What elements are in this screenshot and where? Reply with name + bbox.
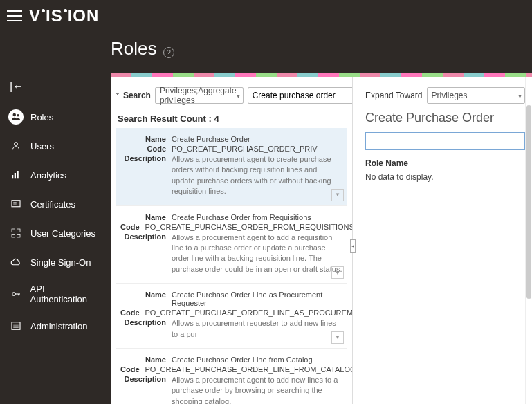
expand-toward-value: Privileges xyxy=(432,91,468,100)
sidebar: |← Roles Users Analytics Certificates Us… xyxy=(0,73,111,404)
search-label: Search xyxy=(123,91,151,100)
search-result[interactable]: NameCreate Purchase Order Line as Procur… xyxy=(116,284,347,349)
search-query-input[interactable] xyxy=(248,87,353,104)
analytics-icon xyxy=(8,167,24,183)
result-count: Search Result Count : 4 xyxy=(116,111,347,128)
splitter-handle-icon[interactable]: ◂ xyxy=(350,239,356,253)
search-type-select[interactable]: Privileges;Aggregate privileges ▾ xyxy=(155,87,244,104)
user-categories-icon xyxy=(8,226,24,241)
expand-toward-select[interactable]: Privileges ▾ xyxy=(427,87,526,104)
sidebar-item-label: Certificates xyxy=(30,199,75,210)
sidebar-item-label: Roles xyxy=(30,112,53,122)
svg-point-1 xyxy=(17,114,19,116)
sidebar-item-label: API Authentication xyxy=(30,284,102,304)
svg-rect-5 xyxy=(17,171,19,178)
chevron-down-icon: ▾ xyxy=(518,92,522,100)
svg-rect-3 xyxy=(12,175,13,178)
svg-point-13 xyxy=(12,293,16,296)
sidebar-item-api-auth[interactable]: API Authentication xyxy=(0,277,111,311)
detail-filter-input[interactable] xyxy=(365,132,525,150)
help-icon[interactable]: ? xyxy=(163,47,174,58)
sidebar-item-label: Analytics xyxy=(30,170,66,181)
sidebar-item-roles[interactable]: Roles xyxy=(0,102,111,131)
main-content: * Search Privileges;Aggregate privileges… xyxy=(111,73,532,404)
role-name-header: Role Name xyxy=(365,158,525,168)
no-data-message: No data to display. xyxy=(365,172,525,182)
sidebar-item-label: Users xyxy=(30,141,54,152)
menu-toggle[interactable] xyxy=(7,10,22,21)
page-title: Roles xyxy=(111,38,156,59)
sidebar-item-users[interactable]: Users xyxy=(0,131,111,160)
cloud-icon xyxy=(8,255,24,270)
search-result[interactable]: NameCreate Purchase Order CodePO_CREATE_… xyxy=(116,128,347,206)
svg-rect-12 xyxy=(17,235,21,238)
search-result[interactable]: NameCreate Purchase Order from Requisiti… xyxy=(116,206,347,284)
sidebar-item-label: User Categories xyxy=(30,228,95,239)
chevron-down-icon: ▾ xyxy=(237,92,240,100)
administration-icon xyxy=(8,318,24,333)
expand-result-icon[interactable]: ▼ xyxy=(331,331,344,344)
sidebar-item-sso[interactable]: Single Sign-On xyxy=(0,248,111,277)
expand-result-icon[interactable]: ▼ xyxy=(331,266,344,279)
sidebar-item-certificates[interactable]: Certificates xyxy=(0,190,111,219)
search-type-value: Privileges;Aggregate privileges xyxy=(160,86,237,105)
detail-title: Create Purchase Order xyxy=(365,111,525,125)
topbar: VISION xyxy=(0,0,532,31)
expand-toward-label: Expand Toward xyxy=(365,91,423,100)
splitter[interactable]: ◂ xyxy=(353,73,358,404)
collapse-sidebar-icon[interactable]: |← xyxy=(10,80,24,92)
certificates-icon xyxy=(8,196,24,212)
sidebar-item-label: Administration xyxy=(30,321,87,331)
page-title-row: Roles ? xyxy=(0,31,532,73)
sidebar-item-analytics[interactable]: Analytics xyxy=(0,160,111,190)
svg-rect-11 xyxy=(12,235,15,238)
sidebar-item-label: Single Sign-On xyxy=(30,257,91,268)
svg-point-2 xyxy=(15,143,18,146)
key-icon xyxy=(8,286,24,302)
users-icon xyxy=(8,138,24,154)
expand-result-icon[interactable]: ▼ xyxy=(331,189,344,201)
search-panel: * Search Privileges;Aggregate privileges… xyxy=(111,77,353,404)
sidebar-item-user-categories[interactable]: User Categories xyxy=(0,219,111,248)
decor-strip xyxy=(111,73,532,77)
svg-rect-10 xyxy=(17,229,21,232)
detail-panel: Expand Toward Privileges ▾ Create Purcha… xyxy=(358,77,532,404)
svg-point-0 xyxy=(13,113,17,117)
svg-rect-4 xyxy=(15,173,16,178)
roles-icon xyxy=(8,109,24,125)
required-indicator: * xyxy=(116,92,119,100)
svg-rect-6 xyxy=(12,201,20,207)
logo: VISION xyxy=(29,6,99,26)
search-result[interactable]: NameCreate Purchase Order Line from Cata… xyxy=(116,349,347,404)
sidebar-item-administration[interactable]: Administration xyxy=(0,311,111,340)
svg-rect-9 xyxy=(12,229,15,232)
